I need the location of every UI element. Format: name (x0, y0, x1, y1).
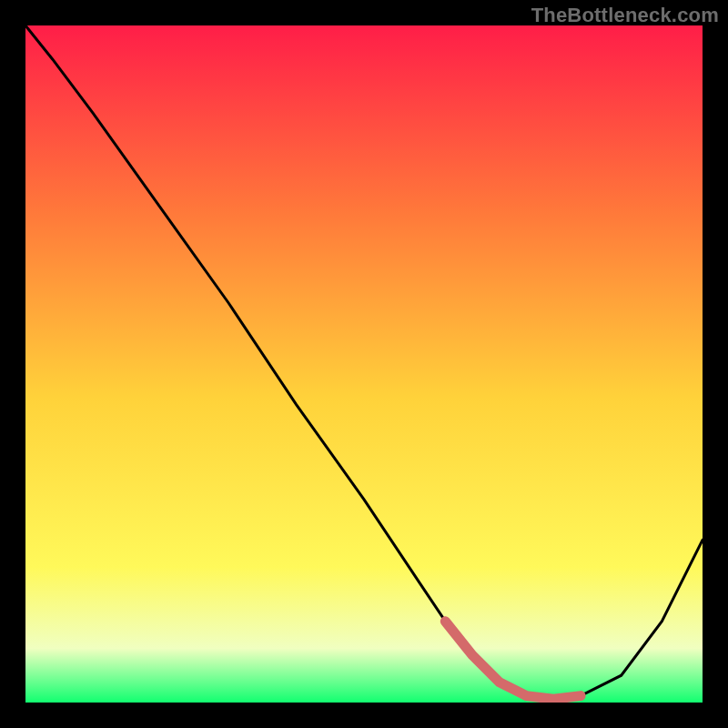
watermark-text: TheBottleneck.com (531, 4, 719, 27)
chart-frame: TheBottleneck.com (0, 0, 728, 728)
chart-svg (25, 25, 703, 703)
plot-area (25, 25, 703, 703)
gradient-background (25, 25, 703, 703)
